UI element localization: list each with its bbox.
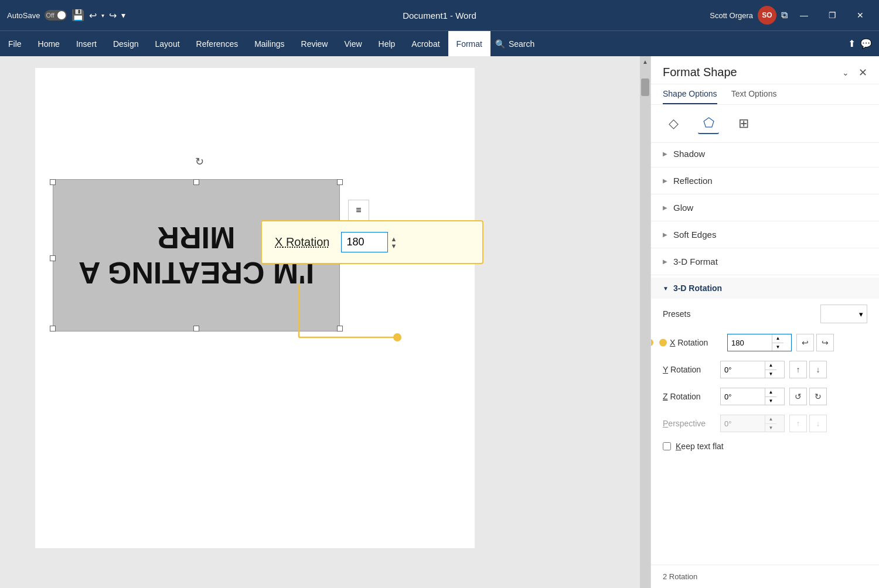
x-rotation-left-icon[interactable]: ↩ (796, 334, 814, 351)
menu-file[interactable]: File (0, 31, 30, 57)
y-rotation-increment[interactable]: ▲ (765, 361, 776, 370)
perspective-icons: ↑ ↓ (789, 415, 827, 432)
menu-references[interactable]: References (188, 31, 247, 57)
menu-bar: File Home Insert Design Layout Reference… (0, 30, 879, 56)
z-rotation-decrement[interactable]: ▼ (765, 397, 776, 405)
menu-home[interactable]: Home (30, 31, 68, 57)
section-3d-format[interactable]: ▶ 3-D Format (651, 251, 879, 272)
presets-dropdown[interactable]: ▾ (820, 305, 867, 323)
tab-text-options[interactable]: Text Options (731, 89, 777, 104)
tooltip-input-wrapper: ▲ ▼ (341, 232, 397, 252)
y-rotation-up-icon[interactable]: ↑ (789, 361, 807, 378)
size-properties-icon[interactable]: ⊞ (733, 113, 754, 134)
handle-bottom-left[interactable] (50, 326, 56, 331)
menu-insert[interactable]: Insert (68, 31, 105, 57)
panel-title: Format Shape (663, 66, 737, 79)
z-rotation-cw-icon[interactable]: ↻ (809, 388, 827, 405)
x-rotation-dot (659, 339, 667, 347)
keep-text-flat-checkbox[interactable] (663, 442, 671, 450)
menu-format[interactable]: Format (448, 31, 490, 57)
user-avatar[interactable]: SO (758, 6, 776, 25)
handle-middle-left[interactable] (50, 255, 56, 261)
z-rotation-spinner[interactable]: ▲ ▼ (765, 388, 776, 405)
tooltip-spinner[interactable]: ▲ ▼ (390, 235, 397, 249)
panel-collapse-button[interactable]: ⌄ (842, 68, 849, 77)
user-name: Scott Orgera (710, 11, 753, 20)
fill-effects-icon[interactable]: ◇ (663, 113, 684, 134)
menu-acrobat[interactable]: Acrobat (403, 31, 448, 57)
soft-edges-label: Soft Edges (673, 230, 867, 240)
perspective-down-icon[interactable]: ↓ (809, 415, 827, 432)
menu-view[interactable]: View (336, 31, 370, 57)
tab-shape-options[interactable]: Shape Options (663, 89, 717, 104)
3d-format-label: 3-D Format (673, 257, 867, 266)
autosave-toggle[interactable]: Off (45, 10, 67, 20)
handle-bottom-right[interactable] (337, 326, 343, 331)
x-rotation-increment[interactable]: ▲ (772, 334, 783, 343)
autosave-label: AutoSave (7, 11, 40, 20)
perspective-spinner[interactable]: ▲ ▼ (765, 415, 776, 432)
rotate-handle[interactable]: ↻ (193, 156, 205, 167)
share-icon[interactable]: ⬆ (848, 38, 856, 49)
section-shadow[interactable]: ▶ Shadow (651, 143, 879, 165)
perspective-up-icon[interactable]: ↑ (789, 415, 807, 432)
y-rotation-input[interactable] (721, 365, 765, 374)
z-rotation-ccw-icon[interactable]: ↺ (789, 388, 807, 405)
scroll-up-button[interactable]: ▲ (640, 56, 650, 67)
handle-bottom-middle[interactable] (193, 326, 199, 331)
customize-icon[interactable]: ▾ (121, 11, 125, 20)
section-reflection[interactable]: ▶ Reflection (651, 170, 879, 192)
y-rotation-down-icon[interactable]: ↓ (809, 361, 827, 378)
section-glow[interactable]: ▶ Glow (651, 197, 879, 218)
scrollbar-thumb[interactable] (641, 78, 649, 96)
redo-icon[interactable]: ↪ (109, 10, 117, 21)
z-rotation-increment[interactable]: ▲ (765, 388, 776, 397)
undo-dropdown-icon[interactable]: ▾ (101, 12, 104, 19)
title-bar-left: AutoSave Off 💾 ↩ ▾ ↪ ▾ (7, 9, 703, 22)
x-rotation-input-wrapper: ▲ ▼ (727, 334, 792, 351)
menu-help[interactable]: Help (370, 31, 404, 57)
menu-design[interactable]: Design (105, 31, 147, 57)
restore-button[interactable]: ❐ (820, 6, 844, 25)
shape-effects-icon[interactable]: ⬠ (698, 113, 719, 134)
y-rotation-decrement[interactable]: ▼ (765, 370, 776, 378)
x-rotation-right-icon[interactable]: ↪ (816, 334, 834, 351)
menu-review[interactable]: Review (293, 31, 336, 57)
y-rotation-spinner[interactable]: ▲ ▼ (765, 361, 776, 378)
z-rotation-input[interactable] (721, 392, 765, 401)
document-canvas: ↻ I'M CREATING A MIRR ≡ (35, 68, 475, 548)
layout-options-icon[interactable]: ≡ (348, 200, 369, 221)
x-rotation-decrement[interactable]: ▼ (772, 343, 783, 351)
handle-top-right[interactable] (337, 179, 343, 185)
perspective-input[interactable] (721, 419, 765, 428)
comments-icon[interactable]: 💬 (860, 38, 872, 49)
minimize-button[interactable]: — (792, 6, 816, 25)
x-rotation-input[interactable] (728, 339, 772, 347)
section-soft-edges[interactable]: ▶ Soft Edges (651, 224, 879, 245)
x-rotation-spinner[interactable]: ▲ ▼ (772, 334, 783, 351)
bottom-status-label: 2 Rotation (663, 572, 697, 581)
3d-format-arrow-icon: ▶ (663, 258, 667, 265)
undo-icon[interactable]: ↩ (89, 10, 97, 21)
document-area: ▲ ↻ I'M CREATING A MIRR (0, 56, 650, 588)
perspective-increment[interactable]: ▲ (765, 415, 776, 424)
section-3d-rotation[interactable]: ▼ 3-D Rotation (651, 278, 879, 299)
format-panel: Format Shape ⌄ ✕ Shape Options Text Opti… (650, 56, 879, 588)
divider-4 (651, 248, 879, 248)
perspective-decrement[interactable]: ▼ (765, 424, 776, 432)
restore-down-icon[interactable]: ⧉ (781, 10, 788, 20)
close-button[interactable]: ✕ (849, 6, 872, 25)
panel-close-button[interactable]: ✕ (858, 66, 867, 79)
menu-mailings[interactable]: Mailings (246, 31, 292, 57)
panel-tab-row: Shape Options Text Options (651, 84, 879, 105)
tooltip-input-field[interactable] (341, 232, 388, 252)
menu-layout[interactable]: Layout (147, 31, 188, 57)
handle-top-middle[interactable] (193, 179, 199, 185)
shadow-arrow-icon: ▶ (663, 151, 667, 157)
presets-row: Presets ▾ (651, 299, 879, 329)
save-icon[interactable]: 💾 (71, 9, 84, 22)
y-rotation-input-wrapper: ▲ ▼ (720, 361, 785, 378)
handle-top-left[interactable] (50, 179, 56, 185)
search-label[interactable]: Search (509, 39, 534, 49)
vertical-scrollbar[interactable]: ▲ (640, 56, 650, 588)
